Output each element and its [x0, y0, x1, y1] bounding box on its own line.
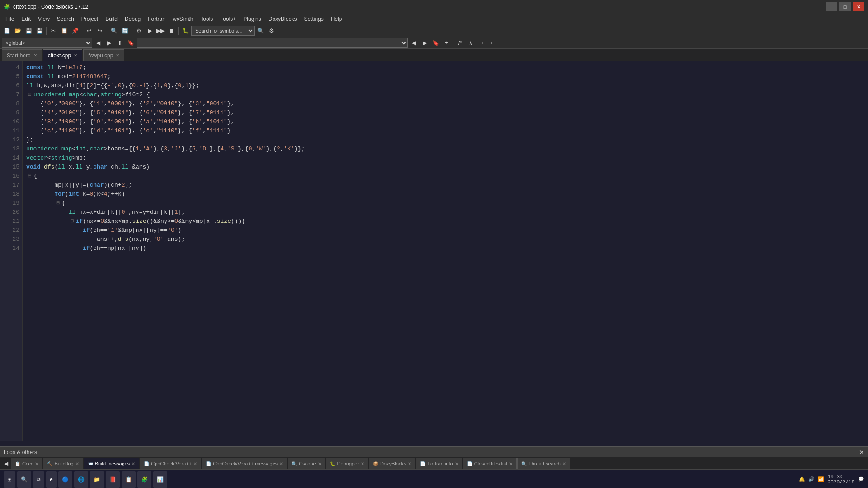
taskbar-task-view-button[interactable]: ⧉	[33, 471, 44, 488]
log-tab-cscope-close[interactable]: ✕	[318, 461, 321, 466]
taskbar: ⊞ 🔍 ⧉ e 🔵 🌐 📁 📕 📋 🧩 📊 🔔 🔊 📶 19:30 2020/2…	[0, 470, 868, 488]
menu-edit[interactable]: Edit	[18, 15, 34, 23]
code-lines[interactable]: const ll N=1e3+7; const ll mod=214748364…	[23, 61, 868, 441]
log-tab-cccc[interactable]: 📋 Cccc ✕	[11, 458, 42, 469]
menu-debug[interactable]: Debug	[121, 15, 144, 23]
tab-swpu-close[interactable]: ✕	[116, 53, 119, 58]
log-tab-build-messages[interactable]: 📨 Build messages ✕	[84, 458, 140, 469]
menu-fortran[interactable]: Fortran	[144, 15, 169, 23]
menu-settings[interactable]: Settings	[300, 15, 327, 23]
uncomment-button[interactable]: //	[466, 38, 476, 48]
nav-prev-button[interactable]: ◀	[409, 38, 419, 48]
back-button[interactable]: ◀	[93, 38, 103, 48]
function-dropdown[interactable]	[137, 38, 408, 48]
menu-view[interactable]: View	[34, 15, 53, 23]
taskbar-notification[interactable]: 💬	[858, 476, 864, 482]
global-scope-dropdown[interactable]: <global>	[2, 38, 92, 48]
taskbar-files-button[interactable]: 📁	[90, 471, 104, 488]
menu-file[interactable]: File	[2, 15, 18, 23]
menu-project[interactable]: Project	[78, 15, 102, 23]
scope-dropdown[interactable]: Search for symbols...	[191, 26, 255, 36]
redo-button[interactable]: ↪	[95, 26, 105, 36]
stop-button[interactable]: ⏹	[166, 26, 176, 36]
fortran-icon: 📄	[420, 461, 425, 466]
taskbar-chart-button[interactable]: 📊	[153, 471, 167, 488]
tab-cftext-close[interactable]: ✕	[74, 53, 77, 58]
toolbar-separator-5	[178, 27, 179, 35]
log-tab-closed-files-close[interactable]: ✕	[509, 461, 513, 466]
menu-search[interactable]: Search	[53, 15, 78, 23]
tab-cftext-cpp[interactable]: cftext.cpp ✕	[43, 49, 82, 61]
menu-tools-plus[interactable]: Tools+	[217, 15, 240, 23]
log-tab-cppcheck-messages-close[interactable]: ✕	[279, 461, 283, 466]
taskbar-ide-button[interactable]: 🧩	[137, 471, 151, 488]
jump-button[interactable]: ⬆	[115, 38, 125, 48]
horizontal-scrollbar[interactable]	[0, 441, 868, 446]
tab-swpu-label: *swpu.cpp	[88, 52, 113, 59]
menu-plugins[interactable]: Plugins	[240, 15, 264, 23]
search-icon-btn[interactable]: 🔍	[255, 26, 265, 36]
tab-swpu-cpp[interactable]: *swpu.cpp ✕	[83, 49, 124, 61]
save-file-button[interactable]: 💾	[24, 26, 33, 36]
taskbar-search-button[interactable]: 🔍	[17, 471, 31, 488]
add-bookmark-button[interactable]: +	[441, 38, 451, 48]
log-tab-fortran[interactable]: 📄 Fortran info ✕	[416, 458, 462, 469]
taskbar-pdf-button[interactable]: 📕	[106, 471, 120, 488]
log-tab-build-messages-close[interactable]: ✕	[132, 461, 135, 466]
settings-icon-btn[interactable]: ⚙	[266, 26, 276, 36]
bookmark2-button[interactable]: 🔖	[430, 38, 440, 48]
undo-button[interactable]: ↩	[84, 26, 94, 36]
new-file-button[interactable]: 📄	[2, 26, 12, 36]
log-tab-build-log-close[interactable]: ✕	[75, 461, 79, 466]
minimize-button[interactable]: ─	[826, 2, 837, 11]
taskbar-ie-button[interactable]: 🌐	[74, 471, 88, 488]
log-tab-debugger[interactable]: 🐛 Debugger ✕	[326, 458, 368, 469]
menu-wxsmith[interactable]: wxSmith	[169, 15, 197, 23]
menu-doxyblocks[interactable]: DoxyBlocks	[265, 15, 301, 23]
taskbar-clipboard-button[interactable]: 📋	[122, 471, 136, 488]
log-tab-cscope[interactable]: 🔍 Cscope ✕	[288, 458, 325, 469]
log-tab-debugger-close[interactable]: ✕	[361, 461, 364, 466]
bookmark-button[interactable]: 🔖	[126, 38, 136, 48]
log-tab-cppcheck[interactable]: 📄 CppCheck/Vera++ ✕	[140, 458, 201, 469]
code-editor[interactable]: 4 5 6 7 8 9 10 11 12 13 14 15 16 17 18 1…	[0, 61, 868, 441]
log-tab-cppcheck-messages[interactable]: 📄 CppCheck/Vera++ messages ✕	[202, 458, 287, 469]
build-button[interactable]: ⚙	[134, 26, 144, 36]
log-tab-closed-files[interactable]: 📄 Closed files list ✕	[463, 458, 517, 469]
cut-button[interactable]: ✂	[48, 26, 58, 36]
menu-tools[interactable]: Tools	[197, 15, 217, 23]
log-tab-fortran-close[interactable]: ✕	[455, 461, 458, 466]
open-file-button[interactable]: 📂	[13, 26, 23, 36]
log-tab-build-log[interactable]: 🔨 Build log ✕	[43, 458, 83, 469]
log-tab-thread-search-close[interactable]: ✕	[562, 461, 566, 466]
comment-button[interactable]: /*	[455, 38, 465, 48]
debug-button[interactable]: 🐛	[180, 26, 190, 36]
find-button[interactable]: 🔍	[109, 26, 119, 36]
indent-button[interactable]: →	[477, 38, 487, 48]
unindent-button[interactable]: ←	[488, 38, 498, 48]
menu-help[interactable]: Help	[327, 15, 346, 23]
copy-button[interactable]: 📋	[59, 26, 69, 36]
log-tab-thread-search[interactable]: 🔍 Thread search ✕	[517, 458, 570, 469]
log-tab-doxyblocks-close[interactable]: ✕	[408, 461, 411, 466]
paste-button[interactable]: 📌	[70, 26, 80, 36]
build-run-button[interactable]: ▶▶	[156, 26, 165, 36]
tab-start-here-close[interactable]: ✕	[33, 53, 37, 58]
maximize-button[interactable]: □	[839, 2, 851, 11]
taskbar-start-button[interactable]: ⊞	[4, 471, 15, 488]
tab-start-here[interactable]: Start here ✕	[2, 49, 42, 61]
forward-button[interactable]: ▶	[104, 38, 114, 48]
log-close-button[interactable]: ✕	[859, 449, 864, 456]
close-button[interactable]: ✕	[853, 2, 864, 11]
taskbar-chrome-button[interactable]: 🔵	[58, 471, 72, 488]
run-button[interactable]: ▶	[145, 26, 155, 36]
replace-button[interactable]: 🔄	[120, 26, 130, 36]
log-tab-cccc-close[interactable]: ✕	[35, 461, 38, 466]
log-tab-cppcheck-close[interactable]: ✕	[193, 461, 197, 466]
taskbar-edge-button[interactable]: e	[46, 471, 57, 488]
save-all-button[interactable]: 💾	[34, 26, 44, 36]
log-tab-left-scroll[interactable]: ◀	[1, 459, 11, 469]
nav-next-button[interactable]: ▶	[420, 38, 429, 48]
menu-build[interactable]: Build	[102, 15, 121, 23]
log-tab-doxyblocks[interactable]: 📦 DoxyBlocks ✕	[369, 458, 415, 469]
